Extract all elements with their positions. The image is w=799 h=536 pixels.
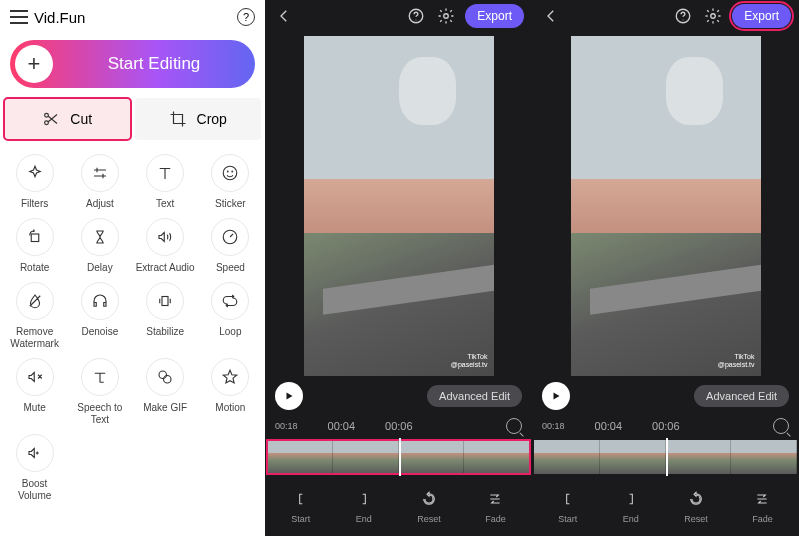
video-frame: TikTok@paseist.tv [304,36,494,376]
zoom-icon[interactable] [773,418,789,434]
reset-icon [420,490,438,508]
time-marker-b: 00:06 [385,420,413,432]
sidebar: Vid.Fun ? + Start Editing Cut Crop Filte… [0,0,265,536]
svg-point-9 [164,376,172,384]
droplet-icon [16,282,54,320]
play-row: Advanced Edit [265,376,532,416]
help-icon[interactable] [672,5,694,27]
loop-icon [211,282,249,320]
mute-icon [16,358,54,396]
tool-extract-audio[interactable]: Extract Audio [133,218,198,274]
timeline-thumb [600,440,666,474]
svg-point-3 [228,171,229,172]
crop-icon [169,110,187,128]
back-button[interactable] [273,5,295,27]
export-button[interactable]: Export [732,4,791,28]
help-icon[interactable]: ? [237,8,255,26]
segment-crop-label: Crop [197,111,227,127]
action-end[interactable]: End [622,490,640,524]
bracket-end-icon [355,490,373,508]
tool-speech-to-text[interactable]: Speech to Text [67,358,132,426]
action-start[interactable]: Start [291,490,310,524]
svg-rect-7 [162,297,168,306]
text-icon [146,154,184,192]
tool-mute[interactable]: Mute [2,358,67,426]
star-icon [211,358,249,396]
tool-grid: Filters Adjust Text Sticker Rotate Delay… [0,150,265,506]
action-end[interactable]: End [355,490,373,524]
time-marker-b: 00:06 [652,420,680,432]
tool-loop[interactable]: Loop [198,282,263,350]
action-start[interactable]: Start [558,490,577,524]
advanced-edit-button[interactable]: Advanced Edit [427,385,522,407]
video-preview[interactable]: TikTok@paseist.tv [532,32,799,376]
back-button[interactable] [540,5,562,27]
segment-cut-label: Cut [70,111,92,127]
tool-adjust[interactable]: Adjust [67,154,132,210]
playhead[interactable] [399,438,401,476]
gif-icon [146,358,184,396]
total-time: 00:18 [542,421,565,431]
help-icon[interactable] [405,5,427,27]
timeline-thumb [333,440,399,474]
action-row: Start End Reset Fade [265,482,532,536]
zoom-icon[interactable] [506,418,522,434]
segment-cut[interactable]: Cut [4,98,131,140]
video-preview[interactable]: TikTok@paseist.tv [265,32,532,376]
segment-crop[interactable]: Crop [135,98,262,140]
settings-icon[interactable] [435,5,457,27]
svg-point-8 [159,371,167,379]
tool-rotate[interactable]: Rotate [2,218,67,274]
timeline-thumb [534,440,600,474]
timeline-thumb [267,440,333,474]
play-button[interactable] [275,382,303,410]
play-button[interactable] [542,382,570,410]
editor-area: Export TikTok@paseist.tv Advanced Edit 0… [265,0,799,536]
smiley-icon [211,154,249,192]
fade-icon [486,490,504,508]
headphones-icon [81,282,119,320]
time-marker-a: 00:04 [595,420,623,432]
action-fade[interactable]: Fade [752,490,773,524]
tool-filters[interactable]: Filters [2,154,67,210]
svg-point-11 [444,14,449,19]
sliders-icon [81,154,119,192]
time-row: 00:18 00:04 00:06 [532,416,799,440]
start-editing-button[interactable]: + Start Editing [10,40,255,88]
sparkle-icon [16,154,54,192]
tool-remove-watermark[interactable]: Remove Watermark [2,282,67,350]
action-reset[interactable]: Reset [684,490,708,524]
editor-topbar: Export [265,0,532,32]
fade-icon [753,490,771,508]
tool-make-gif[interactable]: Make GIF [133,358,198,426]
tool-stabilize[interactable]: Stabilize [133,282,198,350]
tool-boost-volume[interactable]: Boost Volume [2,434,67,502]
tiktok-watermark: TikTok@paseist.tv [718,353,755,368]
tool-delay[interactable]: Delay [67,218,132,274]
volume-up-icon [16,434,54,472]
action-fade[interactable]: Fade [485,490,506,524]
tool-sticker[interactable]: Sticker [198,154,263,210]
timeline[interactable] [534,440,797,474]
settings-icon[interactable] [702,5,724,27]
timeline-thumb [731,440,797,474]
tool-motion[interactable]: Motion [198,358,263,426]
advanced-edit-button[interactable]: Advanced Edit [694,385,789,407]
speedometer-icon [211,218,249,256]
hourglass-icon [81,218,119,256]
tool-denoise[interactable]: Denoise [67,282,132,350]
svg-point-13 [711,14,716,19]
scissors-icon [42,110,60,128]
time-row: 00:18 00:04 00:06 [265,416,532,440]
tool-text[interactable]: Text [133,154,198,210]
tool-speed[interactable]: Speed [198,218,263,274]
bracket-start-icon [559,490,577,508]
playhead[interactable] [666,438,668,476]
timeline[interactable] [267,440,530,474]
action-reset[interactable]: Reset [417,490,441,524]
bracket-start-icon [292,490,310,508]
sidebar-header: Vid.Fun ? [0,0,265,34]
hamburger-icon[interactable] [10,10,28,24]
export-button[interactable]: Export [465,4,524,28]
brand-name: Vid.Fun [34,9,237,26]
